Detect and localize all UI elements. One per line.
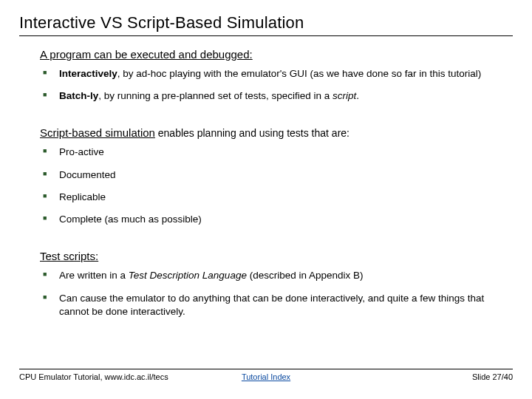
tutorial-index-link[interactable]: Tutorial Index	[242, 372, 290, 381]
footer-row: CPU Emulator Tutorial, www.idc.ac.il/tec…	[19, 372, 513, 381]
list-item: Pro-active	[43, 146, 505, 159]
footer-left: CPU Emulator Tutorial, www.idc.ac.il/tec…	[19, 372, 168, 381]
slide-title: Interactive VS Script-Based Simulation	[19, 13, 513, 33]
bullet-text: Are written in a	[59, 270, 129, 281]
section-3-heading: Test scripts:	[40, 250, 98, 262]
section-2-tail: enables planning and using tests that ar…	[155, 127, 349, 139]
bullet-lead: Interactively	[59, 68, 117, 79]
title-rule	[19, 35, 513, 36]
bullet-text: , by running a pre-planned set of tests,…	[98, 90, 332, 101]
bullet-em: Test Description Language	[129, 270, 247, 281]
section-1-heading-row: A program can be executed and debugged:	[40, 48, 505, 61]
slide: Interactive VS Script-Based Simulation A…	[0, 0, 532, 399]
bullet-em: script	[332, 90, 356, 101]
slide-body: A program can be executed and debugged: …	[19, 48, 513, 318]
bullet-text: , by ad-hoc playing with the emulator's …	[117, 68, 482, 79]
list-item: Interactively, by ad-hoc playing with th…	[43, 67, 505, 81]
footer: CPU Emulator Tutorial, www.idc.ac.il/tec…	[19, 369, 513, 381]
list-item: Complete (as much as possible)	[43, 213, 505, 226]
list-item: Can cause the emulator to do anything th…	[43, 292, 505, 318]
list-item: Batch-ly, by running a pre-planned set o…	[43, 89, 505, 103]
bullet-text: .	[356, 90, 359, 101]
section-3-heading-row: Test scripts:	[40, 250, 505, 263]
section-2-heading-row: Script-based simulation enables planning…	[40, 126, 505, 140]
list-item: Documented	[43, 168, 505, 182]
bullet-lead: Batch-ly	[59, 90, 98, 101]
list-item: Replicable	[43, 191, 505, 204]
section-3-list: Are written in a Test Description Langua…	[40, 269, 505, 318]
list-item: Are written in a Test Description Langua…	[43, 269, 505, 282]
section-1-heading: A program can be executed and debugged:	[40, 48, 253, 61]
footer-right: Slide 27/40	[472, 372, 513, 381]
section-2-list: Pro-active Documented Replicable Complet…	[40, 146, 505, 226]
bullet-text: (described in Appendix B)	[247, 270, 364, 281]
section-1-list: Interactively, by ad-hoc playing with th…	[40, 67, 505, 103]
section-2-heading: Script-based simulation	[40, 126, 155, 139]
footer-rule	[19, 369, 513, 369]
